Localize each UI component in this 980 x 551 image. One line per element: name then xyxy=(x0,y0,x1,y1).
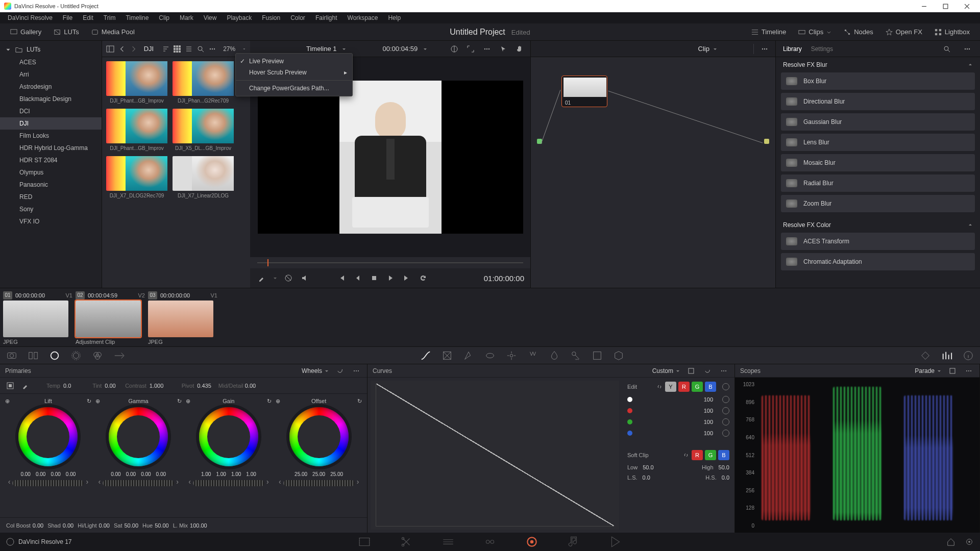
menu-item[interactable]: View xyxy=(199,13,222,23)
more-icon[interactable] xyxy=(718,365,729,377)
channel-r-button[interactable]: R xyxy=(678,382,690,392)
search-icon[interactable] xyxy=(941,43,952,55)
hdr-palette-icon[interactable] xyxy=(70,350,82,361)
chevron-up-icon[interactable] xyxy=(968,62,973,67)
expand-icon[interactable] xyxy=(465,43,476,55)
luts-button[interactable]: LUTs xyxy=(48,26,84,38)
zoom-percent[interactable]: 27% xyxy=(220,45,238,53)
link-icon[interactable] xyxy=(682,452,690,459)
menu-item[interactable]: Trim xyxy=(99,13,120,23)
camera-raw-icon[interactable] xyxy=(6,350,17,361)
prev-frame-icon[interactable] xyxy=(352,272,363,284)
wheels-mode-dropdown[interactable]: Wheels xyxy=(302,367,329,374)
motion-icon[interactable] xyxy=(113,350,125,361)
sidebar-item-blackmagic-design[interactable]: Blackmagic Design xyxy=(0,93,102,105)
channel-g-button[interactable]: G xyxy=(692,382,703,392)
cut-page-icon[interactable] xyxy=(400,535,413,548)
window-close-button[interactable] xyxy=(958,0,976,12)
more-icon[interactable] xyxy=(351,365,362,377)
colboost-value[interactable]: 0.00 xyxy=(33,522,43,529)
luts-root-folder[interactable]: LUTs xyxy=(0,43,102,56)
more-icon[interactable] xyxy=(962,43,973,55)
fairlight-page-icon[interactable] xyxy=(567,535,580,548)
lut-thumbnail[interactable]: DJI_Phan...G2Rec709 xyxy=(173,61,234,104)
pick-white-icon[interactable] xyxy=(21,382,30,390)
sort-icon[interactable] xyxy=(162,43,169,55)
menu-item[interactable]: Fusion xyxy=(257,13,285,23)
sat-value[interactable]: 50.00 xyxy=(124,522,138,529)
link-icon[interactable] xyxy=(656,383,663,390)
sidebar-item-aces[interactable]: ACES xyxy=(0,56,102,68)
wheel-gain[interactable]: ⊕Gain↻1.001.001.001.00‹› xyxy=(186,398,272,513)
tint-value[interactable]: 0.00 xyxy=(105,383,115,389)
sidebar-item-dji[interactable]: DJI xyxy=(0,117,102,130)
window-icon[interactable] xyxy=(484,350,496,361)
chevron-down-icon[interactable] xyxy=(273,276,278,281)
rgb-mixer-icon[interactable] xyxy=(92,350,103,361)
warper-icon[interactable] xyxy=(442,350,453,361)
audio-icon[interactable] xyxy=(299,272,310,284)
menu-item[interactable]: DaVinci Resolve xyxy=(3,13,57,23)
info-icon[interactable] xyxy=(963,350,974,361)
first-frame-icon[interactable] xyxy=(336,272,347,284)
fx-item[interactable]: Gaussian Blur xyxy=(781,113,975,131)
deliver-page-icon[interactable] xyxy=(609,535,622,548)
nav-forward-icon[interactable] xyxy=(130,43,138,55)
curve-g-value[interactable]: 100 xyxy=(704,419,713,425)
middetail-value[interactable]: 0.00 xyxy=(245,383,256,389)
reset-icon[interactable] xyxy=(722,383,729,390)
sidebar-item-hdr-st-2084[interactable]: HDR ST 2084 xyxy=(0,154,102,166)
chevron-up-icon[interactable] xyxy=(968,222,973,228)
wipe-icon[interactable] xyxy=(449,43,460,55)
sizing-icon[interactable] xyxy=(592,350,603,361)
curves-mode-dropdown[interactable]: Custom xyxy=(652,367,680,374)
corrector-node[interactable]: 01 xyxy=(561,76,607,107)
scrub-bar[interactable] xyxy=(250,257,530,268)
key-icon[interactable] xyxy=(570,350,581,361)
lut-thumbnail[interactable]: DJI_Phant...GB_Improv xyxy=(106,109,167,151)
window-minimize-button[interactable] xyxy=(915,0,933,12)
search-icon[interactable] xyxy=(197,43,205,55)
play-icon[interactable] xyxy=(385,272,396,284)
channel-y-button[interactable]: Y xyxy=(665,382,676,392)
curves-palette-icon[interactable] xyxy=(420,350,431,361)
softclip-r-button[interactable]: R xyxy=(692,450,703,460)
ctx-live-preview[interactable]: ✓Live Preview xyxy=(236,56,352,67)
tracker-icon[interactable] xyxy=(506,350,517,361)
settings-tab[interactable]: Settings xyxy=(811,45,833,53)
more-icon[interactable] xyxy=(208,43,216,55)
clip-card[interactable]: 0300:00:00:00V1JPEG xyxy=(148,290,217,345)
library-tab[interactable]: Library xyxy=(783,45,802,53)
lut-thumbnail[interactable]: DJI_X7_Linear2DLOG xyxy=(173,156,234,198)
menu-item[interactable]: Workspace xyxy=(343,13,383,23)
more-icon[interactable] xyxy=(759,43,770,55)
node-mode-dropdown[interactable]: Clip xyxy=(698,45,709,53)
nodes-button[interactable]: Nodes xyxy=(839,26,878,38)
fx-item[interactable]: Zoom Blur xyxy=(781,195,975,212)
clip-card[interactable]: 0200:00:04:59V2Adjustment Clip xyxy=(76,290,145,345)
reset-icon[interactable] xyxy=(722,418,729,425)
shad-value[interactable]: 0.00 xyxy=(63,522,74,529)
blur-icon[interactable] xyxy=(549,350,560,361)
lmix-value[interactable]: 100.00 xyxy=(190,522,207,529)
ctx-change-path[interactable]: Change PowerGrades Path... xyxy=(236,83,352,94)
more-icon[interactable] xyxy=(963,365,974,377)
list-view-icon[interactable] xyxy=(185,43,193,55)
preview-monitor[interactable] xyxy=(258,81,523,234)
pivot-value[interactable]: 0.435 xyxy=(197,383,211,389)
menu-item[interactable]: Help xyxy=(383,13,405,23)
pointer-icon[interactable] xyxy=(498,43,509,55)
project-settings-icon[interactable] xyxy=(965,537,974,546)
fx-item[interactable]: Box Blur xyxy=(781,72,975,90)
clips-button[interactable]: Clips xyxy=(793,26,837,38)
window-maximize-button[interactable] xyxy=(936,0,954,12)
more-icon[interactable] xyxy=(481,43,493,55)
contrast-value[interactable]: 1.000 xyxy=(150,383,164,389)
curve-y-value[interactable]: 100 xyxy=(704,396,713,403)
hue-value[interactable]: 50.00 xyxy=(155,522,169,529)
sidebar-item-film-looks[interactable]: Film Looks xyxy=(0,130,102,142)
magic-mask-icon[interactable] xyxy=(527,350,538,361)
fusion-page-icon[interactable] xyxy=(483,535,497,548)
last-frame-icon[interactable] xyxy=(401,272,412,284)
lut-thumbnail[interactable]: DJI_X7_DLOG2Rec709 xyxy=(106,156,167,198)
